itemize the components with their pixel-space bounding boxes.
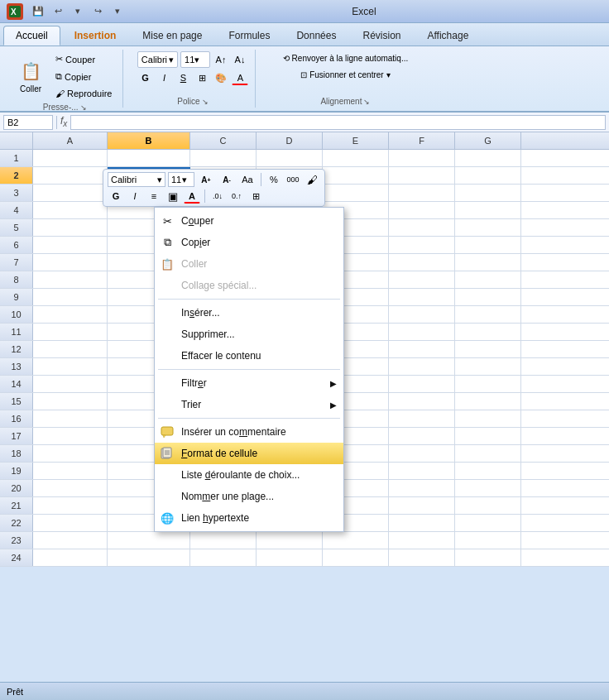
- cell-d24[interactable]: [257, 549, 323, 566]
- cell-g14[interactable]: [455, 376, 521, 392]
- cell-f6[interactable]: [389, 237, 455, 253]
- row-header-21[interactable]: 21: [0, 497, 33, 514]
- cell-a11[interactable]: [33, 324, 108, 340]
- col-header-b[interactable]: B: [108, 132, 190, 149]
- cell-a18[interactable]: [33, 445, 108, 462]
- row-header-13[interactable]: 13: [0, 358, 33, 375]
- cell-f21[interactable]: [389, 497, 455, 514]
- font-family-select[interactable]: Calibri ▾: [137, 51, 178, 68]
- mini-increase-decimal-button[interactable]: 0.↑: [228, 189, 245, 204]
- mini-bold-button[interactable]: G: [108, 189, 124, 204]
- row-header-4[interactable]: 4: [0, 202, 33, 218]
- tab-donnees[interactable]: Données: [284, 26, 348, 46]
- fusionner-button[interactable]: ⊡Fusionner et centrer▾: [296, 68, 395, 82]
- couper-button[interactable]: ✂Couper: [51, 51, 116, 67]
- cell-g20[interactable]: [455, 480, 521, 496]
- ctx-lien-hypertexte[interactable]: 🌐 Lien hypertexte: [155, 507, 343, 529]
- cell-a10[interactable]: [33, 306, 108, 323]
- cell-e1[interactable]: [323, 150, 389, 166]
- cell-f24[interactable]: [389, 549, 455, 566]
- row-header-3[interactable]: 3: [0, 185, 33, 201]
- mini-decrease-decimal-button[interactable]: .0↓: [209, 189, 226, 204]
- cell-a14[interactable]: [33, 376, 108, 392]
- cell-g6[interactable]: [455, 237, 521, 253]
- row-header-24[interactable]: 24: [0, 549, 33, 566]
- cell-f11[interactable]: [389, 324, 455, 340]
- mini-fill-color-button[interactable]: ▣: [165, 189, 181, 204]
- cell-g8[interactable]: [455, 271, 521, 288]
- row-header-20[interactable]: 20: [0, 480, 33, 496]
- cell-g7[interactable]: [455, 254, 521, 271]
- mini-border-button[interactable]: ⊞: [247, 189, 264, 204]
- cell-e2[interactable]: [323, 167, 389, 184]
- cell-d23[interactable]: [257, 532, 323, 549]
- cell-g24[interactable]: [455, 549, 521, 566]
- cell-f9[interactable]: [389, 289, 455, 305]
- mini-grow-font-button[interactable]: A+: [197, 172, 215, 187]
- ctx-effacer[interactable]: Effacer le contenu: [155, 345, 343, 367]
- cell-e3[interactable]: [323, 185, 389, 201]
- col-header-g[interactable]: G: [455, 132, 521, 149]
- cell-g10[interactable]: [455, 306, 521, 323]
- ctx-couper[interactable]: ✂ Couper: [155, 210, 343, 232]
- ctx-nommer-plage[interactable]: Nommer une plage...: [155, 486, 343, 507]
- cell-f18[interactable]: [389, 445, 455, 462]
- cell-a16[interactable]: [33, 410, 108, 427]
- fill-color-button[interactable]: 🎨: [213, 70, 229, 85]
- cell-a8[interactable]: [33, 271, 108, 288]
- tab-insertion[interactable]: Insertion: [62, 26, 129, 46]
- cell-a5[interactable]: [33, 219, 108, 236]
- cell-f4[interactable]: [389, 202, 455, 218]
- cell-f20[interactable]: [389, 480, 455, 496]
- cell-a6[interactable]: [33, 237, 108, 253]
- row-header-14[interactable]: 14: [0, 376, 33, 392]
- cell-g13[interactable]: [455, 358, 521, 375]
- tab-mise-en-page[interactable]: Mise en page: [130, 26, 214, 46]
- mini-italic-button[interactable]: I: [127, 189, 143, 204]
- row-header-16[interactable]: 16: [0, 410, 33, 427]
- cell-f23[interactable]: [389, 532, 455, 549]
- row-header-9[interactable]: 9: [0, 289, 33, 305]
- ctx-trier[interactable]: Trier ▶: [155, 394, 343, 415]
- ctx-inserer[interactable]: Insérer...: [155, 302, 343, 324]
- cell-a24[interactable]: [33, 549, 108, 566]
- cell-d1[interactable]: [257, 150, 323, 166]
- row-header-2[interactable]: 2: [0, 167, 33, 184]
- copier-button[interactable]: ⧉Copier: [51, 69, 116, 84]
- tab-revision[interactable]: Révision: [350, 26, 413, 46]
- cell-g18[interactable]: [455, 445, 521, 462]
- tab-affichage[interactable]: Affichage: [415, 26, 482, 46]
- customize-qa-button[interactable]: ▾: [109, 3, 126, 20]
- col-header-e[interactable]: E: [323, 132, 389, 149]
- cell-g15[interactable]: [455, 393, 521, 410]
- cell-f15[interactable]: [389, 393, 455, 410]
- cell-e23[interactable]: [323, 532, 389, 549]
- tab-formules[interactable]: Formules: [216, 26, 282, 46]
- undo-button[interactable]: ↩: [50, 3, 66, 20]
- row-header-22[interactable]: 22: [0, 515, 33, 531]
- cell-g17[interactable]: [455, 428, 521, 444]
- cell-f14[interactable]: [389, 376, 455, 392]
- mini-font-select[interactable]: Calibri ▾: [108, 172, 165, 187]
- cell-a2[interactable]: [33, 167, 108, 184]
- presse-papier-expand-icon[interactable]: ↘: [80, 103, 87, 112]
- cell-a3[interactable]: [33, 185, 108, 201]
- cell-g2[interactable]: [455, 167, 521, 184]
- ctx-format-cellule[interactable]: Format de cellule: [155, 443, 343, 464]
- cell-g9[interactable]: [455, 289, 521, 305]
- mini-percent-button[interactable]: %: [266, 172, 282, 187]
- row-header-18[interactable]: 18: [0, 445, 33, 462]
- ctx-liste-deroulante[interactable]: Liste déroulante de choix...: [155, 464, 343, 486]
- border-button[interactable]: ⊞: [194, 70, 210, 85]
- cell-b23[interactable]: [108, 532, 190, 549]
- italic-button[interactable]: I: [156, 70, 172, 85]
- cell-f13[interactable]: [389, 358, 455, 375]
- cell-a23[interactable]: [33, 532, 108, 549]
- mini-font-color-button[interactable]: A: [184, 189, 200, 204]
- cell-f7[interactable]: [389, 254, 455, 271]
- fx-icon[interactable]: fx: [60, 115, 67, 128]
- cell-c23[interactable]: [190, 532, 257, 549]
- cell-g19[interactable]: [455, 463, 521, 479]
- col-header-d[interactable]: D: [257, 132, 323, 149]
- cell-a1[interactable]: [33, 150, 108, 166]
